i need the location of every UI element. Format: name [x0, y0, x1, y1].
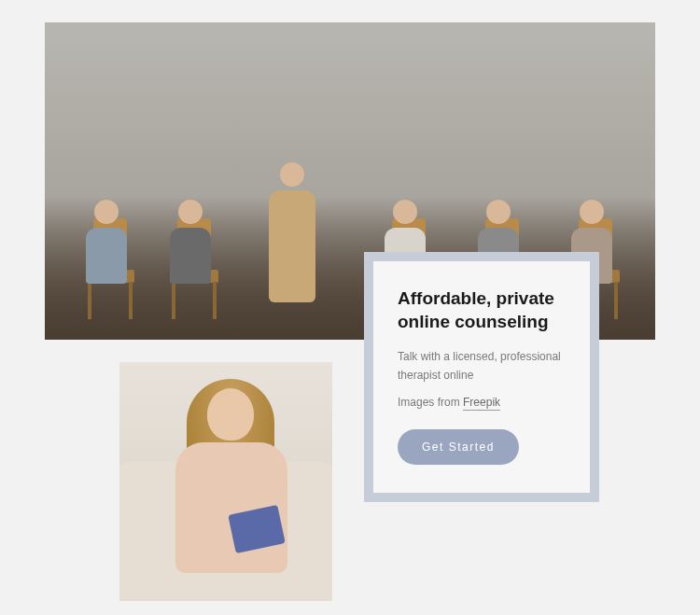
- cta-card: Affordable, private online counseling Ta…: [364, 252, 599, 502]
- person-icon: [86, 200, 127, 284]
- person-standing-icon: [269, 162, 315, 302]
- credit-prefix: Images from: [398, 396, 463, 409]
- image-credit: Images from Freepik: [398, 396, 566, 409]
- person-icon: [170, 200, 211, 284]
- credit-link[interactable]: Freepik: [463, 396, 500, 411]
- therapist-portrait-image: [119, 362, 332, 601]
- get-started-button[interactable]: Get Started: [398, 429, 519, 465]
- card-title: Affordable, private online counseling: [398, 287, 566, 333]
- card-subtitle: Talk with a licensed, professional thera…: [398, 348, 566, 384]
